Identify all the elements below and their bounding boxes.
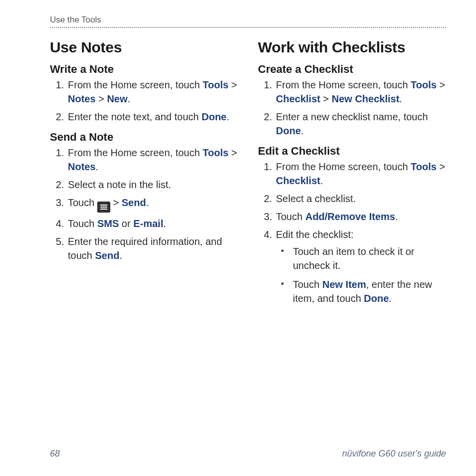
text: . xyxy=(227,111,230,122)
sub-bullets: Touch an item to check it or uncheck it.… xyxy=(276,244,446,305)
step: Select a checklist. xyxy=(275,192,446,206)
keyword-done: Done xyxy=(276,125,301,136)
step: Enter the note text, and touch Done. xyxy=(67,110,238,124)
separator-gt: > xyxy=(110,197,122,208)
text: From the Home screen, touch xyxy=(68,79,203,90)
text: . xyxy=(389,293,392,304)
text: . xyxy=(146,197,149,208)
separator-gt: > xyxy=(437,79,445,90)
text: . xyxy=(119,250,122,261)
text: Touch xyxy=(276,211,305,222)
steps-create-a-checklist: From the Home screen, touch Tools > Chec… xyxy=(258,78,446,138)
text: . xyxy=(163,218,166,229)
text: From the Home screen, touch xyxy=(68,147,203,158)
bullet: Touch New Item, enter the new item, and … xyxy=(279,277,446,305)
keyword-tools: Tools xyxy=(411,79,437,90)
keyword-checklist: Checklist xyxy=(276,93,320,104)
heading-create-a-checklist: Create a Checklist xyxy=(258,63,446,76)
text: Touch xyxy=(68,218,97,229)
keyword-sms: SMS xyxy=(97,218,119,229)
left-column: Use Notes Write a Note From the Home scr… xyxy=(50,38,238,310)
keyword-tools: Tools xyxy=(411,161,437,172)
step: Enter the required information, and touc… xyxy=(67,235,238,262)
keyword-done: Done xyxy=(364,293,389,304)
text: Touch xyxy=(68,197,97,208)
text: . xyxy=(320,175,323,186)
keyword-tools: Tools xyxy=(203,147,229,158)
step: From the Home screen, touch Tools > Chec… xyxy=(275,78,446,106)
text: Touch an item to check it or uncheck it. xyxy=(293,246,414,271)
step: Touch > Send. xyxy=(67,196,238,213)
text: Enter the required information, and touc… xyxy=(68,236,222,261)
text: Enter the note text, and touch xyxy=(68,111,202,122)
text: Edit the checklist: xyxy=(276,229,354,240)
keyword-new-item: New Item xyxy=(322,279,366,290)
text: . xyxy=(395,211,398,222)
footer-title: nüvifone G60 user's guide xyxy=(342,449,446,459)
step: From the Home screen, touch Tools > Note… xyxy=(67,146,238,174)
text: or xyxy=(119,218,133,229)
content-columns: Use Notes Write a Note From the Home scr… xyxy=(50,38,446,310)
step: Touch SMS or E-mail. xyxy=(67,217,238,231)
keyword-new: New xyxy=(107,93,127,104)
step: Enter a new checklist name, touch Done. xyxy=(275,110,446,138)
text: . xyxy=(301,125,304,136)
separator-gt: > xyxy=(229,147,237,158)
keyword-email: E-mail xyxy=(133,218,163,229)
text: Select a checklist. xyxy=(276,193,356,204)
step: From the Home screen, touch Tools > Chec… xyxy=(275,160,446,188)
keyword-notes: Notes xyxy=(68,93,96,104)
step: Edit the checklist: Touch an item to che… xyxy=(275,228,446,305)
step: From the Home screen, touch Tools > Note… xyxy=(67,78,238,106)
keyword-add-remove-items: Add/Remove Items xyxy=(305,211,395,222)
keyword-done: Done xyxy=(202,111,227,122)
text: From the Home screen, touch xyxy=(276,79,411,90)
heading-use-notes: Use Notes xyxy=(50,39,238,56)
bullet: Touch an item to check it or uncheck it. xyxy=(279,244,446,272)
document-page: Use the Tools Use Notes Write a Note Fro… xyxy=(0,0,476,476)
keyword-send: Send xyxy=(122,197,146,208)
text: Select a note in the list. xyxy=(68,179,171,190)
separator-gt: > xyxy=(229,79,237,90)
keyword-new-checklist: New Checklist xyxy=(332,93,400,104)
keyword-checklist: Checklist xyxy=(276,175,320,186)
menu-icon xyxy=(97,202,110,213)
heading-send-a-note: Send a Note xyxy=(50,131,238,144)
heading-work-with-checklists: Work with Checklists xyxy=(258,39,446,56)
keyword-notes: Notes xyxy=(68,161,96,172)
heading-edit-a-checklist: Edit a Checklist xyxy=(258,145,446,158)
text: Enter a new checklist name, touch xyxy=(276,111,428,122)
steps-write-a-note: From the Home screen, touch Tools > Note… xyxy=(50,78,238,124)
step: Touch Add/Remove Items. xyxy=(275,210,446,224)
text: Touch xyxy=(293,279,322,290)
separator-gt: > xyxy=(96,93,107,104)
heading-write-a-note: Write a Note xyxy=(50,63,238,76)
keyword-send: Send xyxy=(95,250,119,261)
running-header: Use the Tools xyxy=(50,15,446,28)
step: Select a note in the list. xyxy=(67,178,238,192)
text: From the Home screen, touch xyxy=(276,161,411,172)
text: . xyxy=(96,161,99,172)
right-column: Work with Checklists Create a Checklist … xyxy=(258,38,446,310)
page-number: 68 xyxy=(50,449,60,459)
keyword-tools: Tools xyxy=(203,79,229,90)
separator-gt: > xyxy=(437,161,445,172)
steps-send-a-note: From the Home screen, touch Tools > Note… xyxy=(50,146,238,262)
text: . xyxy=(128,93,131,104)
steps-edit-a-checklist: From the Home screen, touch Tools > Chec… xyxy=(258,160,446,305)
separator-gt: > xyxy=(320,93,332,104)
text: . xyxy=(399,93,402,104)
page-footer: 68 nüvifone G60 user's guide xyxy=(50,449,446,459)
